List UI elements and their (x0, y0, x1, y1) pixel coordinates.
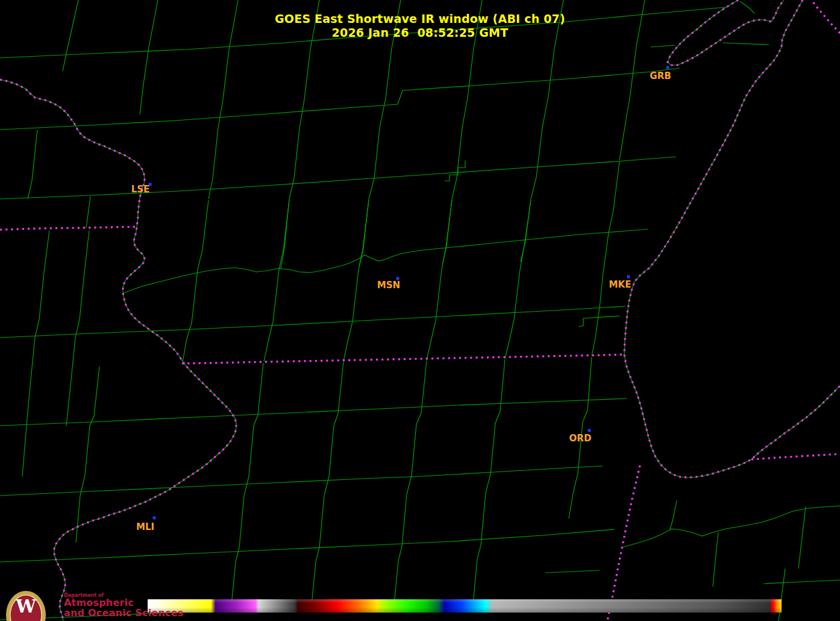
county-line (545, 570, 600, 573)
svg-text:W: W (15, 596, 37, 617)
city-label-ord: ORD (569, 433, 592, 444)
county-line (140, 0, 158, 115)
satellite-image-viewport: GRBLSEMSNMKEORDMLI GOES East Shortwave I… (0, 0, 840, 621)
city-marker-grb (666, 66, 669, 69)
city-marker-mke (627, 276, 630, 279)
county-line (472, 359, 505, 610)
county-line (505, 200, 531, 359)
county-line (427, 200, 452, 360)
mississippi-river-shoreline (0, 80, 236, 621)
city-label-mli: MLI (136, 522, 154, 532)
wi-il-border-border (182, 355, 624, 364)
city-markers-layer: GRBLSEMSNMKEORDMLI (131, 66, 671, 533)
county-line (0, 7, 726, 58)
shoreline-green-layer (0, 0, 840, 621)
uw-crest-icon: W (4, 591, 47, 621)
county-line (445, 160, 465, 181)
county-line (0, 529, 615, 562)
uw-aos-logo: W Department of Atmospheric and Oceanic … (4, 591, 183, 621)
county-line (619, 0, 645, 160)
map-canvas: GRBLSEMSNMKEORDMLI (0, 0, 840, 621)
county-line (22, 230, 49, 476)
county-line (0, 68, 680, 130)
city-marker-ord (588, 429, 591, 432)
county-line (63, 0, 78, 71)
green-bay-shore-shoreline (668, 0, 784, 65)
county-boundaries-layer (0, 0, 840, 621)
city-label-lse: LSE (131, 184, 150, 195)
county-line (231, 363, 263, 611)
county-line (592, 162, 619, 356)
mississippi-river-border (0, 80, 236, 621)
state-borders-layer (0, 0, 840, 621)
county-line (183, 200, 208, 362)
county-line (779, 569, 785, 621)
county-line (0, 399, 627, 426)
county-line (763, 580, 840, 584)
green-bay-shore-border (668, 0, 784, 65)
county-line (343, 200, 369, 361)
upper-peninsula-shore-border (812, 0, 840, 33)
county-line (208, 0, 238, 199)
county-line (0, 466, 603, 496)
city-label-mke: MKE (609, 279, 632, 290)
county-line (0, 306, 625, 338)
county-line (670, 500, 677, 529)
county-line (622, 506, 840, 547)
city-marker-mli (153, 517, 156, 520)
county-line (76, 367, 99, 543)
city-label-msn: MSN (377, 280, 400, 291)
county-line (28, 130, 37, 199)
county-line (66, 230, 89, 426)
county-line (264, 200, 289, 362)
county-line (651, 45, 675, 47)
county-line (442, 0, 482, 265)
colorbar-sheen (148, 599, 782, 613)
temperature-colorbar (148, 599, 782, 613)
county-line (86, 197, 90, 228)
county-line (740, 1, 754, 13)
city-label-grb: GRB (650, 71, 671, 81)
logo-line2: and Oceanic Sciences (64, 608, 183, 619)
county-line (311, 362, 343, 611)
southern-lake-line-border (751, 454, 840, 459)
county-line (0, 157, 676, 199)
uw-aos-logo-text: Department of Atmospheric and Oceanic Sc… (64, 593, 183, 619)
county-line (578, 316, 619, 327)
county-line (521, 0, 563, 262)
il-in-border-border (607, 465, 640, 621)
county-line (713, 532, 718, 587)
county-line (723, 43, 769, 45)
county-line (393, 361, 427, 611)
ia-mn-border-border (0, 227, 136, 230)
county-line (798, 506, 806, 569)
